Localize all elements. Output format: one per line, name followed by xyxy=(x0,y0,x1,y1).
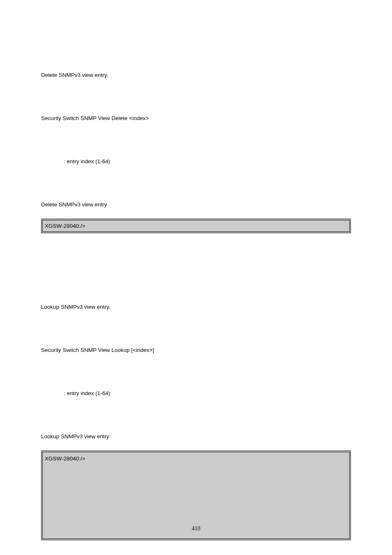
page-number: 410 xyxy=(0,525,392,532)
section2-code-text: XGSW-28040:/> xyxy=(45,456,85,462)
section1-description: Delete SNMPv3 view entry. xyxy=(41,72,351,78)
section2-parameter: : entry index (1-64) xyxy=(41,390,351,396)
section2-example-label: Lookup SNMPv3 view entry xyxy=(41,433,351,439)
section1-example-label: Delete SNMPv3 view entry xyxy=(41,201,351,208)
section1-parameter: : entry index (1-64) xyxy=(41,158,351,164)
section2-syntax: Security Switch SNMP View Lookup [<index… xyxy=(41,347,351,353)
section1-code-text: XGSW-28040:/> xyxy=(45,223,85,229)
section2-description: Lookup SNMPv3 view entry. xyxy=(41,304,351,310)
section1-syntax: Security Switch SNMP View Delete <index> xyxy=(41,115,351,121)
section1-code-box: XGSW-28040:/> xyxy=(41,219,351,233)
